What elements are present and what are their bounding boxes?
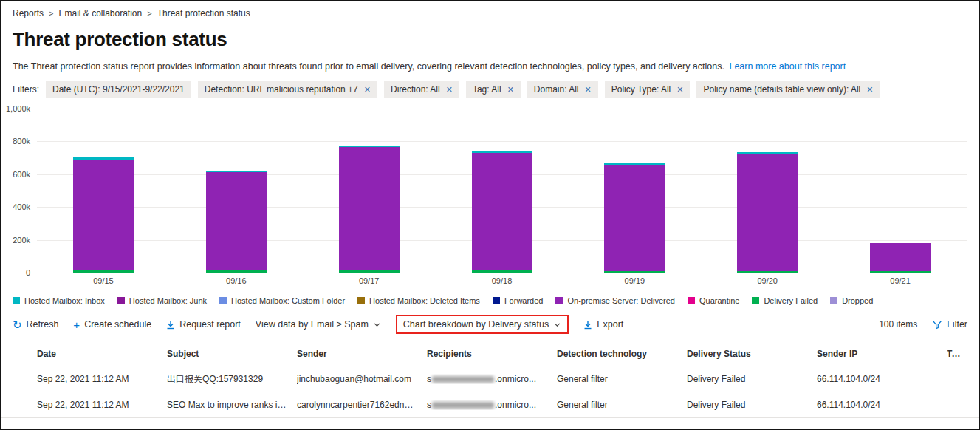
table-header: DateSubjectSenderRecipientsDetection tec…	[1, 342, 979, 366]
filter-chips: Date (UTC): 9/15/2021-9/22/2021Detection…	[46, 81, 880, 98]
cell-date: Sep 22, 2021 11:12 AM	[37, 374, 167, 384]
breadcrumb-reports[interactable]: Reports	[13, 8, 44, 18]
cell-recipients: s.onmicro...	[427, 374, 557, 384]
stacked-bar-09/19[interactable]	[604, 163, 665, 273]
filter-chip[interactable]: Tag: All✕	[466, 81, 521, 98]
table-row[interactable]: Sep 22, 2021 11:12 AM出口报关QQ:157931329jin…	[1, 366, 979, 392]
request-report-button[interactable]: Request report	[166, 319, 241, 330]
filter-chip-label: Policy name (details table view only): A…	[703, 84, 860, 95]
x-axis-label: 09/18	[436, 276, 569, 285]
column-header-tags[interactable]: Tags	[947, 349, 967, 359]
breadcrumb: Reports > Email & collaboration > Threat…	[1, 1, 979, 18]
cell-delivery-status: Delivery Failed	[687, 400, 817, 410]
legend-label: Hosted Mailbox: Deleted Items	[369, 296, 480, 305]
stacked-bar-09/15[interactable]	[73, 157, 134, 273]
stacked-bar-09/17[interactable]	[339, 146, 400, 273]
refresh-icon: ↻	[13, 319, 22, 330]
column-header-sender-ip[interactable]: Sender IP	[817, 349, 947, 359]
export-button[interactable]: Export	[583, 319, 623, 330]
download-icon	[583, 320, 592, 330]
bar-group	[701, 109, 834, 273]
filter-chip-label: Detection: URL malicious reputation +7	[205, 84, 358, 95]
column-header-date[interactable]: Date	[37, 349, 167, 359]
filter-button[interactable]: Filter	[932, 319, 967, 330]
legend-label: Quarantine	[699, 296, 739, 305]
column-header-recipients[interactable]: Recipients	[427, 349, 557, 359]
cell-date: Sep 22, 2021 11:12 AM	[37, 400, 167, 410]
bar-segment	[73, 160, 134, 270]
bar-segment	[604, 165, 665, 271]
stacked-bar-09/16[interactable]	[206, 171, 267, 273]
y-axis-tick-label: 1,000k	[6, 104, 30, 113]
x-axis-label: 09/19	[568, 276, 701, 285]
details-table: DateSubjectSenderRecipientsDetection tec…	[1, 342, 979, 418]
recipient-suffix: .onmicro...	[495, 374, 536, 384]
filter-chip-close-icon[interactable]: ✕	[866, 86, 873, 94]
filter-chip[interactable]: Direction: All✕	[384, 81, 459, 98]
download-icon	[166, 320, 175, 330]
legend-swatch	[13, 297, 20, 304]
bar-segment	[73, 270, 134, 273]
threat-chart: 1,000k800k600k400k200k0 09/1509/1609/170…	[37, 109, 967, 285]
refresh-button[interactable]: ↻ Refresh	[13, 319, 58, 330]
legend-item: Delivery Failed	[752, 296, 818, 305]
filter-chip[interactable]: Domain: All✕	[527, 81, 598, 98]
bar-segment	[737, 271, 798, 273]
cell-detection-technology: General filter	[557, 400, 687, 410]
legend-item: Forwarded	[493, 296, 544, 305]
chevron-down-icon	[553, 321, 561, 329]
legend-label: Hosted Mailbox: Inbox	[24, 296, 105, 305]
filter-chip[interactable]: Detection: URL malicious reputation +7✕	[198, 81, 377, 98]
filter-chip[interactable]: Policy Type: All✕	[605, 81, 691, 98]
legend-swatch	[830, 297, 837, 304]
bar-group	[436, 109, 569, 273]
bar-group	[170, 109, 303, 273]
learn-more-link[interactable]: Learn more about this report	[729, 61, 846, 72]
legend-label: Forwarded	[504, 296, 544, 305]
filter-chip-close-icon[interactable]: ✕	[507, 86, 514, 94]
view-data-by-dropdown[interactable]: View data by Email > Spam	[256, 319, 381, 330]
recipient-prefix: s	[427, 400, 431, 410]
bar-segment	[472, 270, 532, 273]
chart-bars	[37, 109, 967, 273]
stacked-bar-09/20[interactable]	[737, 152, 798, 273]
create-schedule-button[interactable]: + Create schedule	[73, 319, 151, 330]
legend-swatch	[688, 297, 695, 304]
funnel-icon	[932, 319, 942, 330]
column-header-subject[interactable]: Subject	[167, 349, 297, 359]
cell-delivery-status: Delivery Failed	[687, 374, 817, 384]
filter-chip-close-icon[interactable]: ✕	[364, 86, 371, 94]
column-header-delivery-status[interactable]: Delivery Status	[687, 349, 817, 359]
breadcrumb-separator-icon: >	[147, 9, 151, 18]
bar-segment	[206, 172, 267, 270]
bar-segment	[870, 271, 931, 273]
chart-breakdown-dropdown[interactable]: Chart breakdown by Delivery status	[396, 315, 569, 334]
legend-label: Hosted Mailbox: Custom Folder	[231, 296, 345, 305]
filter-chip[interactable]: Policy name (details table view only): A…	[696, 81, 880, 98]
column-header-sender[interactable]: Sender	[297, 349, 427, 359]
legend-swatch	[752, 297, 759, 304]
column-header-detection-technology[interactable]: Detection technology	[557, 349, 687, 359]
filter-chip-close-icon[interactable]: ✕	[585, 86, 592, 94]
legend-item: Quarantine	[688, 296, 739, 305]
stacked-bar-09/21[interactable]	[870, 243, 931, 273]
redacted-recipient	[432, 402, 494, 409]
breadcrumb-email-collaboration[interactable]: Email & collaboration	[58, 8, 142, 18]
table-row[interactable]: Sep 22, 2021 11:12 AMSEO Max to improve …	[1, 392, 979, 418]
cell-recipients: s.onmicro...	[427, 400, 557, 410]
filter-chip-close-icon[interactable]: ✕	[676, 86, 683, 94]
stacked-bar-09/18[interactable]	[472, 151, 532, 273]
threat-protection-status-page: Reports > Email & collaboration > Threat…	[0, 0, 980, 430]
toolbar: ↻ Refresh + Create schedule Request repo…	[1, 305, 979, 334]
filter-chip[interactable]: Date (UTC): 9/15/2021-9/22/2021	[46, 81, 191, 98]
filter-chip-close-icon[interactable]: ✕	[446, 86, 453, 94]
y-axis-tick-label: 0	[26, 268, 30, 277]
plus-icon: +	[73, 319, 80, 330]
legend-item: Hosted Mailbox: Deleted Items	[357, 296, 480, 305]
legend-item: Hosted Mailbox: Junk	[117, 296, 207, 305]
y-axis-tick-label: 800k	[13, 137, 30, 146]
filters-row: Filters: Date (UTC): 9/15/2021-9/22/2021…	[1, 72, 979, 98]
recipient-suffix: .onmicro...	[495, 400, 536, 410]
legend-item: On-premise Server: Delivered	[555, 296, 675, 305]
x-axis-label: 09/20	[701, 276, 834, 285]
